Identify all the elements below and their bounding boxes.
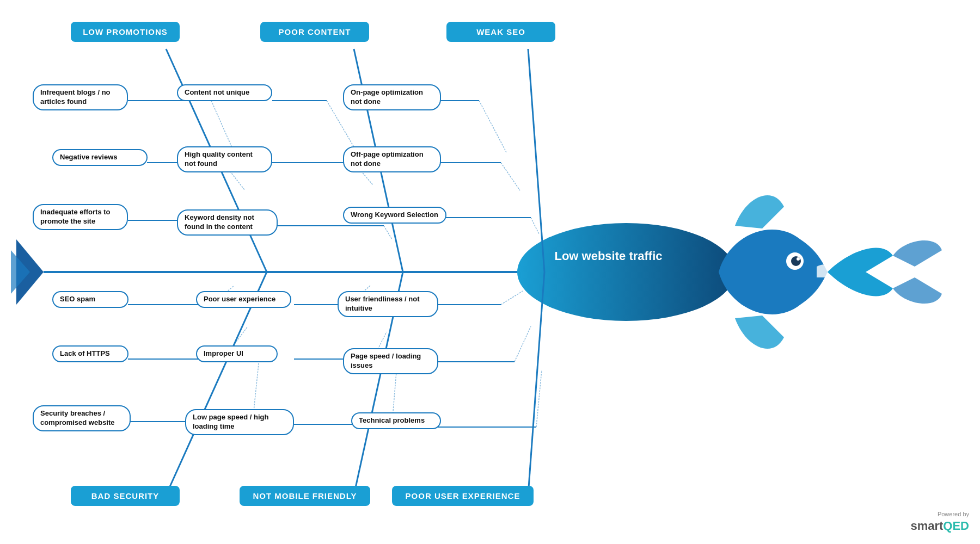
label-content-not-unique: Content not unique [177, 84, 272, 101]
svg-point-1 [517, 223, 735, 321]
category-weak-seo: WEAK SEO [446, 22, 555, 42]
brand-qed: QED [943, 519, 969, 533]
category-poor-user-experience: POOR USER EXPERIENCE [392, 486, 534, 506]
svg-line-26 [479, 101, 506, 152]
label-technical-problems: Technical problems [351, 412, 441, 429]
label-page-speed: Page speed / loadingissues [343, 348, 438, 374]
label-security-breaches: Security breaches /compromised website [33, 405, 131, 431]
svg-line-30 [531, 218, 539, 234]
category-poor-content: POOR CONTENT [260, 22, 369, 42]
category-low-promotions: LOW PROMOTIONS [71, 22, 180, 42]
svg-line-44 [501, 291, 523, 305]
label-keyword-density: Keyword density notfound in the content [177, 209, 278, 236]
label-off-page-optimization: Off-page optimizationnot done [343, 146, 441, 172]
svg-line-9 [528, 49, 544, 272]
label-poor-user-experience: Poor user experience [196, 291, 291, 308]
label-on-page-optimization: On-page optimizationnot done [343, 84, 441, 110]
label-improper-ui: Improper UI [196, 345, 278, 362]
category-bad-security: BAD SECURITY [71, 486, 180, 506]
label-inadequate-efforts: Inadequate efforts topromote the site [33, 204, 128, 230]
category-not-mobile-friendly: NOT MOBILE FRIENDLY [240, 486, 370, 506]
brand-smart: smart [910, 519, 943, 533]
svg-line-24 [384, 226, 392, 239]
label-high-quality-content: High quality contentnot found [177, 146, 272, 172]
label-lack-https: Lack of HTTPS [52, 345, 128, 362]
svg-line-12 [528, 272, 544, 495]
fish-body-label: Low website traffic [528, 249, 689, 264]
label-infrequent-blogs: Infrequent blogs / noarticles found [33, 84, 128, 110]
label-negative-reviews: Negative reviews [52, 149, 148, 166]
powered-by-text: Powered by [910, 511, 969, 517]
svg-line-46 [514, 326, 531, 362]
label-seo-spam: SEO spam [52, 291, 128, 308]
label-low-page-speed: Low page speed / highloading time [185, 409, 294, 435]
brand-logo: smartQED [910, 519, 969, 533]
label-user-friendliness: User friendliness / notintuitive [338, 291, 438, 317]
svg-line-28 [501, 163, 520, 190]
powered-by-section: Powered by smartQED [910, 511, 969, 533]
svg-point-5 [791, 256, 801, 266]
label-wrong-keyword: Wrong Keyword Selection [343, 207, 446, 224]
svg-line-14 [211, 101, 234, 152]
svg-point-6 [797, 257, 800, 261]
